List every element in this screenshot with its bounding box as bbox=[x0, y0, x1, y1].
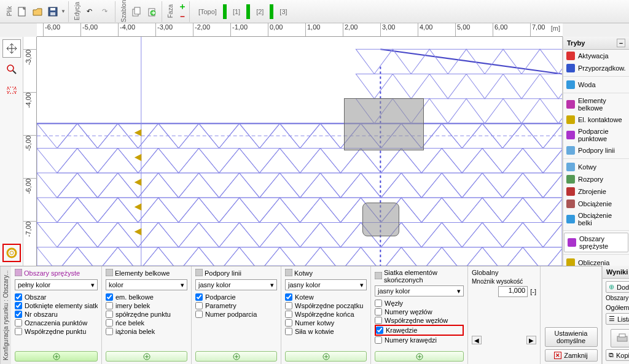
cfg-checkbox-row[interactable]: Węzły bbox=[375, 299, 464, 308]
checkbox-input[interactable] bbox=[15, 328, 22, 335]
checkbox-input[interactable] bbox=[285, 328, 292, 335]
save-file-icon[interactable] bbox=[45, 4, 60, 19]
cfg-checkbox-row[interactable]: Parametry bbox=[195, 301, 277, 310]
cfg-checkbox-row[interactable]: Numer podparcia bbox=[195, 310, 277, 319]
pan-tool-icon[interactable] bbox=[2, 39, 21, 58]
cfg-checkbox-row[interactable]: spółrzędne punktu bbox=[106, 310, 187, 319]
checkbox-input[interactable] bbox=[195, 311, 203, 318]
dodaj-rysunek-button[interactable]: ⊕Dodaj rysunek bbox=[606, 281, 629, 293]
checkbox-input[interactable] bbox=[106, 293, 113, 301]
tryby-item-7[interactable]: Kotwy bbox=[563, 161, 629, 173]
zoom-tool-icon[interactable] bbox=[2, 60, 21, 79]
cfg-checkbox-row[interactable]: Współrzędne końca bbox=[285, 310, 367, 319]
tryby-item-12[interactable]: Obszary sprężyste bbox=[564, 233, 628, 252]
phase-1-button[interactable]: [1] bbox=[229, 8, 244, 15]
cfg-checkbox-row[interactable]: Nr obszaru bbox=[15, 310, 98, 319]
checkbox-input[interactable] bbox=[106, 328, 113, 335]
lista-rysunkow-button[interactable]: ☰Lista rysunków bbox=[606, 313, 629, 325]
cfg-checkbox-row[interactable]: Numery krawędzi bbox=[375, 336, 464, 344]
tryby-item-0[interactable]: Aktywacja bbox=[563, 50, 629, 62]
checkbox-input[interactable] bbox=[106, 319, 113, 327]
checkbox-input[interactable] bbox=[285, 293, 292, 301]
cfg-checkbox-row[interactable]: iążonia belek bbox=[106, 327, 187, 336]
cfg-checkbox-row[interactable]: Siła w kotwie bbox=[285, 327, 367, 336]
cfg-checkbox-row[interactable]: Współrzędne punktu bbox=[15, 327, 98, 336]
kopiuj-widok-button[interactable]: ⧉Kopiuj widok bbox=[606, 349, 629, 361]
add-phase-icon[interactable]: ＋ bbox=[178, 2, 187, 11]
cfg-checkbox-row[interactable]: imery belek bbox=[106, 301, 187, 310]
checkbox-input[interactable] bbox=[15, 311, 22, 318]
paste-icon[interactable] bbox=[144, 4, 159, 19]
checkbox-input[interactable] bbox=[195, 302, 203, 309]
new-file-icon[interactable] bbox=[15, 4, 29, 19]
tryby-item-11[interactable]: Obciążenie belki bbox=[563, 210, 629, 228]
print-button[interactable] bbox=[611, 329, 630, 347]
fit-view-icon[interactable] bbox=[2, 81, 21, 99]
color-mode-select[interactable]: pełny kolor▾ bbox=[15, 279, 98, 290]
cfg-checkbox-row[interactable]: ńce belek bbox=[106, 319, 187, 327]
mnoznik-input[interactable]: 1,000 bbox=[498, 286, 528, 297]
cfg-checkbox-row[interactable]: Oznaczenia punktów bbox=[15, 319, 98, 327]
redo-icon[interactable]: ↷ bbox=[98, 4, 112, 19]
color-mode-select[interactable]: kolor▾ bbox=[106, 279, 187, 290]
tryby-item-13[interactable]: Obliczenia bbox=[563, 257, 629, 266]
svg-rect-5 bbox=[135, 7, 140, 14]
phase-3-button[interactable]: [3] bbox=[276, 8, 291, 15]
checkbox-input[interactable] bbox=[285, 319, 292, 327]
checkbox-input[interactable] bbox=[106, 311, 113, 318]
cfg-checkbox-row[interactable]: Współrzędne początku bbox=[285, 301, 367, 310]
expand-button[interactable] bbox=[15, 351, 98, 362]
tryby-item-2[interactable]: Woda bbox=[563, 79, 629, 91]
checkbox-input[interactable] bbox=[375, 317, 382, 324]
zamknij-button[interactable]: ✕Zamknij bbox=[545, 349, 598, 362]
expand-button[interactable] bbox=[285, 351, 367, 362]
minimize-icon[interactable]: – bbox=[617, 39, 625, 47]
cfg-checkbox-row[interactable]: Podparcie bbox=[195, 293, 277, 301]
checkbox-input[interactable] bbox=[285, 302, 292, 309]
checkbox-input[interactable] bbox=[106, 302, 113, 309]
cfg-checkbox-row[interactable]: Obszar bbox=[15, 293, 98, 301]
expand-button[interactable] bbox=[106, 351, 187, 362]
scroll-right-icon[interactable]: ▶ bbox=[526, 336, 536, 344]
tryby-item-1[interactable]: Przyporządkow. bbox=[563, 62, 629, 74]
checkbox-input[interactable] bbox=[376, 327, 383, 334]
cfg-checkbox-row[interactable]: Dotknięte elementy siatki bbox=[15, 301, 98, 310]
config-vtab[interactable]: Konfiguracja rysunku : Obszary... bbox=[0, 266, 11, 364]
checkbox-input[interactable] bbox=[15, 293, 22, 301]
color-mode-select[interactable]: jasny kolor▾ bbox=[375, 285, 464, 296]
checkbox-input[interactable] bbox=[375, 336, 382, 344]
tryby-item-4[interactable]: El. kontaktowe bbox=[563, 114, 629, 126]
open-file-icon[interactable] bbox=[30, 4, 45, 19]
checkbox-input[interactable] bbox=[375, 300, 382, 307]
checkbox-input[interactable] bbox=[15, 319, 22, 327]
cfg-checkbox-row[interactable]: Współrzędne węzłów bbox=[375, 316, 464, 325]
tryby-item-8[interactable]: Rozpory bbox=[563, 173, 629, 185]
cfg-checkbox-row[interactable]: Krawędzie bbox=[375, 325, 464, 336]
color-mode-select[interactable]: jasny kolor▾ bbox=[195, 279, 277, 290]
phase-topo-button[interactable]: [Topo] bbox=[195, 8, 221, 15]
remove-phase-icon[interactable]: － bbox=[178, 12, 187, 21]
scroll-left-icon[interactable]: ◀ bbox=[472, 336, 482, 344]
tryby-item-5[interactable]: Podparcie punktowe bbox=[563, 126, 629, 144]
checkbox-input[interactable] bbox=[195, 293, 203, 301]
expand-button[interactable] bbox=[195, 351, 277, 362]
color-mode-select[interactable]: jasny kolor▾ bbox=[285, 279, 367, 290]
cfg-checkbox-row[interactable]: Kotew bbox=[285, 293, 367, 301]
tryby-item-10[interactable]: Obciążenie bbox=[563, 198, 629, 210]
settings-gear-icon[interactable] bbox=[2, 244, 21, 262]
checkbox-input[interactable] bbox=[15, 302, 22, 309]
cfg-checkbox-row[interactable]: Numery węzłów bbox=[375, 308, 464, 316]
phase-2-button[interactable]: [2] bbox=[252, 8, 267, 15]
ustawienia-domyslne-button[interactable]: Ustawienia domyślne bbox=[545, 327, 598, 347]
copy-icon[interactable] bbox=[129, 4, 144, 19]
tryby-item-3[interactable]: Elementy belkowe bbox=[563, 95, 629, 114]
tryby-item-9[interactable]: Zbrojenie bbox=[563, 185, 629, 198]
undo-icon[interactable]: ↶ bbox=[82, 4, 97, 19]
tryby-item-6[interactable]: Podpory linii bbox=[563, 144, 629, 157]
expand-button[interactable] bbox=[375, 351, 464, 362]
checkbox-input[interactable] bbox=[375, 308, 382, 316]
checkbox-input[interactable] bbox=[285, 311, 292, 318]
cfg-checkbox-row[interactable]: em. belkowe bbox=[106, 293, 187, 301]
drawing-canvas[interactable] bbox=[37, 37, 563, 266]
cfg-checkbox-row[interactable]: Numer kotwy bbox=[285, 319, 367, 327]
